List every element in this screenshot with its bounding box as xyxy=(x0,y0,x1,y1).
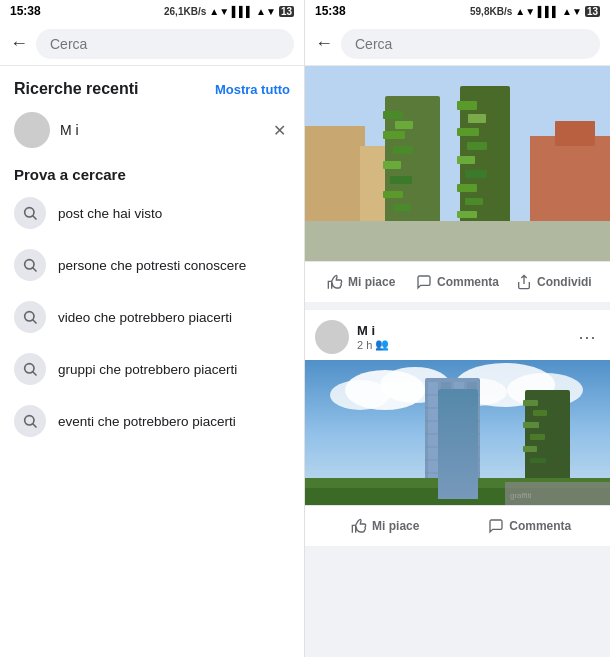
data-speed-left: 26,1KB/s xyxy=(164,6,206,17)
left-search-input[interactable] xyxy=(50,36,280,52)
signal-bars-right: ▲▼ ▌▌▌ xyxy=(515,6,559,17)
svg-rect-46 xyxy=(533,410,547,416)
svg-rect-48 xyxy=(530,434,545,440)
suggestion-text-5: eventi che potrebbero piacerti xyxy=(58,414,236,429)
like-label-1: Mi piace xyxy=(348,275,395,289)
battery-icon-right: 13 xyxy=(585,6,600,17)
svg-rect-47 xyxy=(523,422,539,428)
svg-rect-54 xyxy=(454,382,464,502)
right-status-bar: 15:38 59,8KB/s ▲▼ ▌▌▌ ▲▼ 13 xyxy=(305,0,610,22)
left-search-wrap[interactable] xyxy=(36,29,294,59)
feed-area: Mi piace Commenta Condividi M i xyxy=(305,66,610,657)
right-panel: 15:38 59,8KB/s ▲▼ ▌▌▌ ▲▼ 13 ← xyxy=(305,0,610,657)
svg-rect-35 xyxy=(530,136,610,261)
svg-line-5 xyxy=(33,320,36,323)
like-label-2: Mi piace xyxy=(372,519,419,533)
like-button-2[interactable]: Mi piace xyxy=(313,510,458,542)
recent-item[interactable]: M i ✕ xyxy=(0,104,304,156)
post-image-1 xyxy=(305,66,610,261)
suggestion-text-4: gruppi che potrebbero piacerti xyxy=(58,362,237,377)
svg-rect-50 xyxy=(530,458,546,463)
suggestion-item-1[interactable]: post che hai visto xyxy=(0,187,304,239)
post-card-2: M i 2 h 👥 ⋯ xyxy=(305,310,610,546)
search-icon-2 xyxy=(14,249,46,281)
suggestion-item-5[interactable]: eventi che potrebbero piacerti xyxy=(0,395,304,447)
svg-rect-55 xyxy=(467,382,477,502)
post-1-actions: Mi piace Commenta Condividi xyxy=(305,261,610,302)
svg-rect-36 xyxy=(555,121,595,146)
post-2-actions: Mi piace Commenta xyxy=(305,505,610,546)
try-section-title: Prova a cercare xyxy=(0,156,304,187)
svg-rect-16 xyxy=(383,131,405,139)
left-back-arrow[interactable]: ← xyxy=(10,33,28,54)
svg-rect-49 xyxy=(523,446,537,452)
suggestion-text-1: post che hai visto xyxy=(58,206,162,221)
comment-label-1: Commenta xyxy=(437,275,499,289)
svg-rect-53 xyxy=(441,382,451,502)
post-image-2: graffiti xyxy=(305,360,610,505)
svg-rect-23 xyxy=(457,101,477,110)
svg-rect-14 xyxy=(383,111,403,119)
comment-button-2[interactable]: Commenta xyxy=(458,510,603,542)
left-status-bar: 15:38 26,1KB/s ▲▼ ▌▌▌ ▲▼ 13 xyxy=(0,0,304,22)
right-search-bar: ← xyxy=(305,22,610,66)
like-button-1[interactable]: Mi piace xyxy=(313,266,409,298)
left-search-bar: ← xyxy=(0,22,304,66)
search-icon-5 xyxy=(14,405,46,437)
svg-rect-27 xyxy=(457,156,475,164)
show-all-button[interactable]: Mostra tutto xyxy=(215,82,290,97)
svg-rect-20 xyxy=(383,191,403,198)
post-2-avatar xyxy=(315,320,349,354)
recent-name: M i xyxy=(60,122,259,138)
svg-rect-11 xyxy=(305,126,365,261)
left-status-icons: 26,1KB/s ▲▼ ▌▌▌ ▲▼ 13 xyxy=(164,6,294,17)
svg-rect-34 xyxy=(305,248,610,261)
wifi-icon-left: ▲▼ xyxy=(256,6,276,17)
left-time: 15:38 xyxy=(10,4,41,18)
comment-button-1[interactable]: Commenta xyxy=(409,266,505,298)
search-icon-4 xyxy=(14,353,46,385)
svg-rect-29 xyxy=(457,184,477,192)
right-search-input[interactable] xyxy=(355,36,586,52)
share-button-1[interactable]: Condividi xyxy=(506,266,602,298)
svg-line-7 xyxy=(33,372,36,375)
svg-rect-30 xyxy=(465,198,483,205)
suggestion-item-3[interactable]: video che potrebbero piacerti xyxy=(0,291,304,343)
suggestion-item-4[interactable]: gruppi che potrebbero piacerti xyxy=(0,343,304,395)
post-2-header: M i 2 h 👥 ⋯ xyxy=(305,310,610,360)
wifi-icon-right: ▲▼ xyxy=(562,6,582,17)
svg-rect-45 xyxy=(523,400,538,406)
svg-rect-28 xyxy=(465,170,487,178)
svg-rect-18 xyxy=(383,161,401,169)
svg-rect-33 xyxy=(305,241,610,261)
post-card-1: Mi piace Commenta Condividi xyxy=(305,66,610,302)
suggestion-text-2: persone che potresti conoscere xyxy=(58,258,246,273)
signal-bars-left: ▲▼ ▌▌▌ xyxy=(209,6,253,17)
left-panel: 15:38 26,1KB/s ▲▼ ▌▌▌ ▲▼ 13 ← Ricerche r… xyxy=(0,0,305,657)
search-icon-3 xyxy=(14,301,46,333)
post-2-name: M i xyxy=(357,323,566,338)
svg-rect-31 xyxy=(457,211,477,218)
svg-rect-24 xyxy=(468,114,486,123)
suggestion-text-3: video che potrebbero piacerti xyxy=(58,310,232,325)
svg-line-3 xyxy=(33,268,36,271)
right-time: 15:38 xyxy=(315,4,346,18)
recent-avatar xyxy=(14,112,50,148)
right-back-arrow[interactable]: ← xyxy=(315,33,333,54)
battery-icon-left: 13 xyxy=(279,6,294,17)
suggestion-item-2[interactable]: persone che potresti conoscere xyxy=(0,239,304,291)
remove-recent-button[interactable]: ✕ xyxy=(269,117,290,144)
svg-rect-19 xyxy=(390,176,412,184)
svg-rect-32 xyxy=(305,234,610,261)
svg-rect-26 xyxy=(467,142,487,150)
data-speed-right: 59,8KB/s xyxy=(470,6,512,17)
right-status-icons: 59,8KB/s ▲▼ ▌▌▌ ▲▼ 13 xyxy=(470,6,600,17)
recent-section-header: Ricerche recenti Mostra tutto xyxy=(0,66,304,104)
right-search-wrap[interactable] xyxy=(341,29,600,59)
search-icon-1 xyxy=(14,197,46,229)
svg-point-40 xyxy=(330,380,390,410)
friends-icon: 👥 xyxy=(375,338,389,351)
post-2-more-button[interactable]: ⋯ xyxy=(574,322,600,352)
share-label-1: Condividi xyxy=(537,275,592,289)
svg-text:graffiti: graffiti xyxy=(510,491,532,500)
